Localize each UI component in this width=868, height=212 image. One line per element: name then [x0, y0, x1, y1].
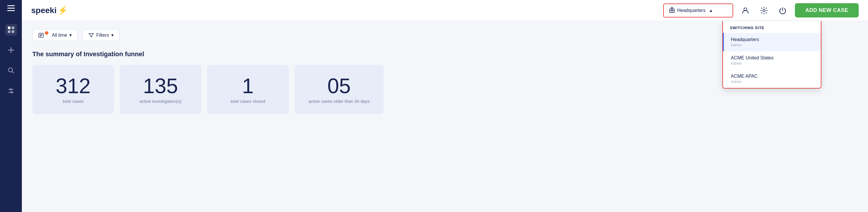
- svg-point-16: [11, 92, 12, 93]
- stat-label-active-investigations: active investigation(s): [140, 99, 182, 104]
- stat-number-cases-closed: 1: [242, 75, 254, 96]
- stat-card-total-cases: 312 total cases: [32, 65, 114, 114]
- all-time-chevron-icon: ▾: [69, 32, 72, 38]
- filters-label: Filters: [96, 33, 109, 38]
- stat-number-active-investigations: 135: [143, 75, 178, 96]
- svg-rect-19: [671, 10, 672, 11]
- dropdown-header: SWITCHING SITE: [723, 21, 821, 33]
- logo: speeki⚡: [31, 5, 68, 15]
- dropdown-item-name-acme-us: ACME United States: [731, 55, 774, 61]
- dropdown-item-role-acme-us: Admin: [731, 61, 774, 65]
- sidebar: [0, 0, 22, 212]
- sidebar-item-search[interactable]: [5, 65, 17, 76]
- sidebar-item-dashboard[interactable]: [5, 24, 17, 35]
- svg-rect-1: [7, 8, 15, 9]
- svg-rect-4: [12, 27, 14, 29]
- filters-chevron-icon: ▾: [111, 32, 114, 38]
- stat-label-total-cases: total cases: [63, 99, 84, 104]
- dropdown-item-acme-us[interactable]: ACME United States Admin: [723, 51, 821, 69]
- svg-rect-18: [672, 7, 673, 9]
- dropdown-item-name-acme-apac: ACME APAC: [731, 74, 757, 79]
- stat-card-cases-closed: 1 total cases closed: [207, 65, 289, 114]
- site-switcher-dropdown: SWITCHING SITE Headquarters Admin ACME U…: [722, 21, 822, 89]
- svg-point-22: [763, 9, 765, 12]
- dropdown-item-acme-apac[interactable]: ACME APAC Admin: [723, 69, 821, 88]
- user-profile-button[interactable]: [739, 4, 752, 17]
- stat-label-old-cases: active cases older than 30 days: [308, 99, 370, 104]
- dropdown-item-role-acme-apac: Admin: [731, 80, 757, 84]
- power-button[interactable]: [776, 4, 789, 17]
- header-right: Headquarters ▲: [663, 3, 859, 18]
- stat-card-old-cases: 05 active cases older than 30 days: [294, 65, 383, 114]
- svg-rect-20: [672, 10, 673, 11]
- site-selector[interactable]: Headquarters ▲: [663, 3, 733, 18]
- filter-dot-indicator: [45, 31, 48, 35]
- stat-card-active-investigations: 135 active investigation(s): [120, 65, 201, 114]
- sidebar-item-settings[interactable]: [5, 85, 17, 97]
- all-time-filter-button[interactable]: All time ▾: [32, 29, 78, 41]
- svg-point-13: [10, 89, 11, 90]
- svg-rect-6: [12, 30, 14, 33]
- svg-line-10: [12, 72, 14, 73]
- filters-button[interactable]: Filters ▾: [83, 29, 120, 41]
- svg-rect-2: [7, 10, 15, 11]
- svg-rect-5: [8, 30, 10, 33]
- stat-label-cases-closed: total cases closed: [230, 99, 265, 104]
- dropdown-item-headquarters[interactable]: Headquarters Admin: [723, 33, 821, 51]
- logo-text: speeki: [31, 6, 57, 15]
- main-wrapper: speeki⚡ Headquarters ▲: [22, 0, 868, 212]
- hamburger-menu-icon[interactable]: [7, 5, 15, 13]
- stat-number-old-cases: 05: [328, 75, 351, 96]
- all-time-label: All time: [52, 33, 67, 38]
- settings-button[interactable]: [757, 4, 770, 17]
- building-icon: [669, 7, 675, 14]
- svg-rect-3: [8, 27, 10, 29]
- sidebar-item-add[interactable]: [5, 44, 17, 56]
- logo-lightning-icon: ⚡: [58, 5, 68, 15]
- stat-number-total-cases: 312: [56, 75, 91, 96]
- site-selector-label: Headquarters: [677, 8, 706, 13]
- svg-rect-17: [670, 9, 674, 12]
- dropdown-item-role-hq: Admin: [731, 43, 759, 47]
- svg-rect-0: [7, 5, 15, 6]
- chevron-up-icon: ▲: [709, 8, 713, 13]
- header: speeki⚡ Headquarters ▲: [22, 0, 868, 21]
- dropdown-item-name-hq: Headquarters: [731, 37, 759, 42]
- add-new-case-button[interactable]: ADD NEW CASE: [795, 3, 859, 18]
